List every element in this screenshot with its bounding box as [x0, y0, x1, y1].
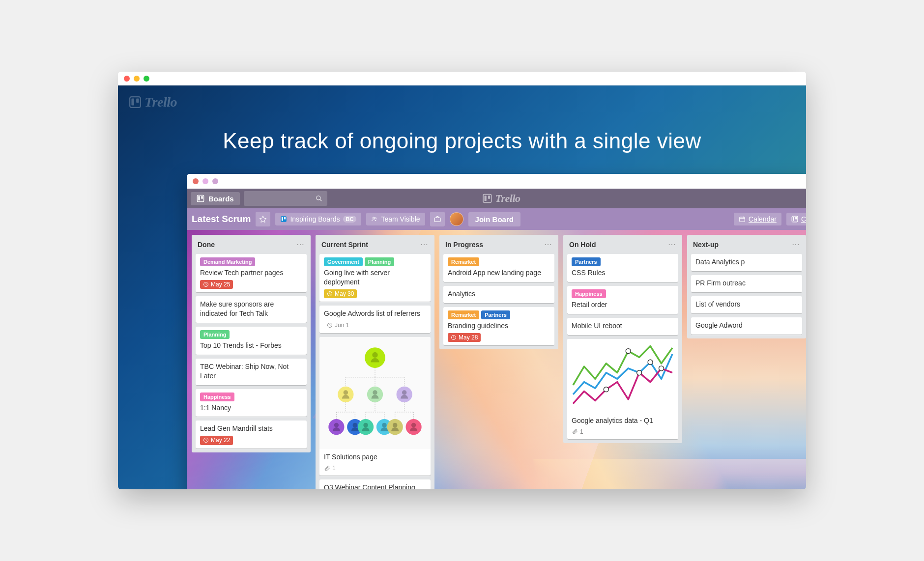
card[interactable]: PartnersCSS Rules: [567, 254, 678, 282]
search-input[interactable]: [244, 191, 327, 206]
more-button[interactable]: C: [786, 213, 806, 225]
card-label[interactable]: Government: [324, 257, 363, 266]
zoom-icon[interactable]: [144, 76, 149, 82]
list-menu-icon[interactable]: ⋯: [668, 240, 676, 249]
card-label[interactable]: Remarket: [448, 310, 479, 319]
lists-container: Done ⋯ Demand MarketingReview Tech partn…: [187, 230, 806, 489]
card[interactable]: Analytics: [443, 286, 554, 303]
list[interactable]: Current Sprint ⋯ GovernmentPlanningGoing…: [316, 235, 434, 489]
card-label[interactable]: Planning: [200, 330, 230, 339]
boards-button[interactable]: Boards: [191, 192, 240, 205]
org-chip[interactable]: Inspiring Boards BC: [275, 213, 361, 225]
list-menu-icon[interactable]: ⋯: [296, 240, 305, 249]
trello-icon: [280, 216, 287, 223]
card[interactable]: Happiness1:1 Nancy: [196, 389, 307, 417]
card-label[interactable]: Remarket: [448, 257, 479, 266]
card[interactable]: HappinessRetail order: [567, 286, 678, 314]
list-header: In Progress ⋯: [443, 239, 554, 250]
member-avatar[interactable]: [450, 212, 463, 226]
more-label: C: [801, 215, 806, 223]
card-title: 1:1 Nancy: [200, 403, 302, 413]
list[interactable]: In Progress ⋯ RemarketAndroid App new la…: [439, 235, 558, 349]
close-icon[interactable]: [193, 178, 199, 184]
card[interactable]: Mobile UI reboot: [567, 318, 678, 335]
list-menu-icon[interactable]: ⋯: [792, 240, 800, 249]
zoom-icon[interactable]: [212, 178, 218, 184]
list-menu-icon[interactable]: ⋯: [420, 240, 429, 249]
card-label[interactable]: Demand Marketing: [200, 257, 255, 266]
svg-point-55: [659, 366, 664, 371]
card-title: Q3 Webinar Content Planning: [324, 483, 426, 489]
star-button[interactable]: [256, 212, 270, 226]
svg-point-51: [626, 348, 631, 353]
list[interactable]: Done ⋯ Demand MarketingReview Tech partn…: [192, 235, 311, 452]
card[interactable]: Q3 Webinar Content Planning: [319, 479, 431, 489]
card-title: CSS Rules: [572, 268, 674, 278]
analytics-chart-image: [567, 339, 678, 413]
due-date-badge: Jun 1: [324, 321, 352, 330]
svg-rect-21: [792, 216, 798, 222]
card-title: Going live with server deployment: [324, 268, 426, 287]
card[interactable]: List of vendors: [691, 296, 802, 313]
card[interactable]: TBC Webinar: Ship Now, Not Later: [196, 359, 307, 385]
svg-line-7: [319, 199, 321, 201]
minimize-icon[interactable]: [134, 76, 140, 82]
svg-rect-16: [434, 218, 440, 222]
card-title: Google Adwords list of referrers: [324, 309, 426, 318]
svg-rect-23: [795, 217, 797, 220]
list[interactable]: Next-up ⋯ Data Analytics pPR Firm outrea…: [687, 235, 806, 338]
list-title[interactable]: In Progress: [445, 241, 483, 249]
card[interactable]: IT Solutions page 1: [319, 337, 431, 476]
trello-logo-center[interactable]: Trello: [482, 192, 520, 205]
card-label[interactable]: Partners: [572, 257, 601, 266]
card-title: Branding guidelines: [448, 321, 550, 331]
card-title: Google Adword: [695, 321, 798, 330]
card-label[interactable]: Planning: [365, 257, 394, 266]
card[interactable]: Google Adword: [691, 317, 802, 335]
card-label[interactable]: Happiness: [200, 393, 234, 401]
card[interactable]: Lead Gen Mandrill stats May 22: [196, 421, 307, 448]
visibility-label: Team Visible: [381, 215, 420, 223]
card-label[interactable]: Happiness: [572, 289, 606, 298]
svg-rect-0: [130, 97, 141, 108]
card[interactable]: Make sure sponsors are indicated for Tec…: [196, 296, 307, 323]
board-canvas: Done ⋯ Demand MarketingReview Tech partn…: [187, 230, 806, 489]
close-icon[interactable]: [124, 76, 130, 82]
card[interactable]: Google Adwords list of referrers Jun 1: [319, 306, 431, 333]
list-menu-icon[interactable]: ⋯: [544, 240, 552, 249]
list-title[interactable]: Current Sprint: [321, 241, 368, 249]
card-title: Retail order: [572, 300, 674, 309]
svg-rect-13: [285, 217, 286, 220]
card[interactable]: RemarketPartnersBranding guidelines May …: [443, 307, 554, 345]
card[interactable]: RemarketAndroid App new landing page: [443, 254, 554, 282]
list[interactable]: On Hold ⋯ PartnersCSS RulesHappinessReta…: [563, 235, 682, 443]
card-labels: RemarketPartners: [448, 310, 550, 319]
hero-headline: Keep track of ongoing projects with a si…: [118, 129, 806, 153]
visibility-chip[interactable]: Team Visible: [366, 213, 425, 225]
due-date-badge: May 28: [448, 333, 481, 342]
svg-rect-5: [201, 196, 202, 198]
card[interactable]: GovernmentPlanningGoing live with server…: [319, 254, 431, 302]
calendar-button[interactable]: Calendar: [734, 213, 781, 225]
list-title[interactable]: On Hold: [569, 241, 596, 249]
card-label[interactable]: Partners: [481, 310, 510, 319]
inner-titlebar: [187, 174, 806, 189]
boards-label: Boards: [208, 195, 234, 203]
card[interactable]: PR Firm outreac: [691, 275, 802, 292]
card[interactable]: PlanningTop 10 Trends list - Forbes: [196, 327, 307, 355]
card[interactable]: Data Analytics p: [691, 254, 802, 271]
minimize-icon[interactable]: [202, 178, 208, 184]
hero: Trello Keep track of ongoing projects wi…: [118, 85, 806, 489]
card[interactable]: Demand MarketingReview Tech partner page…: [196, 254, 307, 292]
list-title[interactable]: Done: [198, 241, 215, 249]
outer-window: Trello Keep track of ongoing projects wi…: [118, 72, 806, 489]
card-labels: Happiness: [572, 289, 674, 298]
attachment-badge: 1: [572, 428, 583, 436]
card[interactable]: Google analytics data - Q1 1: [567, 339, 678, 439]
list-header: Done ⋯: [196, 239, 307, 250]
briefcase-button[interactable]: [430, 212, 445, 226]
card-title: Analytics: [448, 289, 550, 299]
list-title[interactable]: Next-up: [693, 241, 719, 249]
join-board-button[interactable]: Join Board: [468, 212, 520, 226]
card-title: Make sure sponsors are indicated for Tec…: [200, 300, 302, 318]
